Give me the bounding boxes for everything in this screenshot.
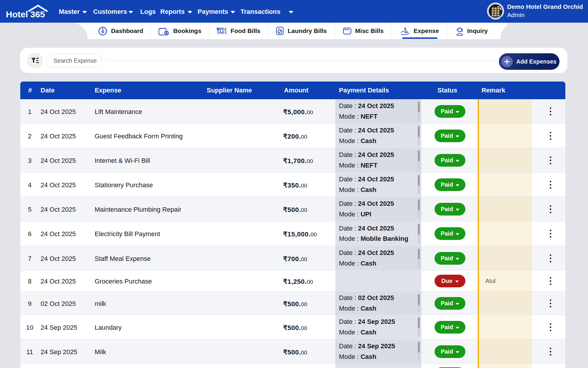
svg-text:$: $ xyxy=(404,27,406,32)
